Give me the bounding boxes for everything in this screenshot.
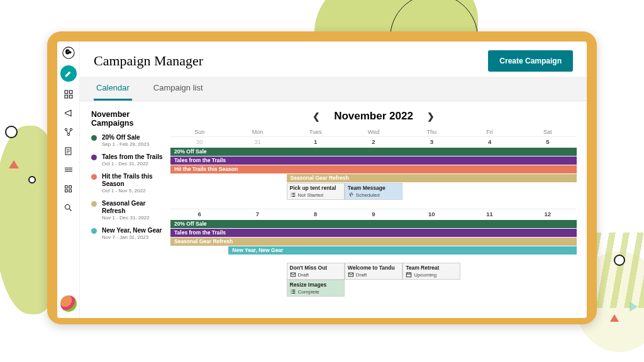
campaign-list-item[interactable]: Seasonal Gear Refresh Nov 1 - Dec 31, 20… xyxy=(91,200,163,221)
campaign-name: 20% Off Sale xyxy=(102,134,149,141)
main-area: Campaign Manager Create Campaign Calenda… xyxy=(80,41,587,318)
date-row: 6789101112 xyxy=(170,209,577,220)
calendar-task[interactable]: Don't Miss Out Draft xyxy=(287,263,345,280)
weekday-row: SunMonTuesWedThuFriSat xyxy=(170,129,577,135)
campaign-name: Seasonal Gear Refresh xyxy=(102,200,163,215)
date-cell[interactable]: 10 xyxy=(402,209,460,220)
calendar-task[interactable]: Team Message Scheduled xyxy=(345,183,402,200)
campaign-bar[interactable]: New Year, New Gear xyxy=(228,246,577,255)
svg-rect-4 xyxy=(65,90,68,94)
task-status: Complete xyxy=(290,288,341,295)
decorative-triangle xyxy=(610,314,619,322)
campaign-dates: Nov 7 - Jan 31, 2023 xyxy=(102,234,162,240)
date-cell[interactable]: 9 xyxy=(345,209,402,220)
decorative-triangle xyxy=(9,160,19,168)
date-cell[interactable]: 5 xyxy=(519,136,577,148)
next-month-button[interactable]: ❯ xyxy=(425,109,437,124)
user-avatar[interactable] xyxy=(60,295,77,312)
svg-rect-5 xyxy=(69,90,72,94)
date-cell[interactable]: 31 xyxy=(228,136,286,148)
calendar-task[interactable]: Resize Images Complete xyxy=(287,280,345,297)
campaign-bar[interactable]: Tales from the Trails xyxy=(170,156,577,165)
campaign-bar[interactable]: Seasonal Gear Refresh xyxy=(287,174,577,182)
date-cell[interactable]: 7 xyxy=(228,209,286,220)
task-title: Resize Images xyxy=(290,282,341,288)
svg-rect-12 xyxy=(65,185,68,188)
date-cell[interactable]: 4 xyxy=(460,136,518,148)
calendar-header: ❮ November 2022 ❯ xyxy=(170,109,577,124)
page-header: Campaign Manager Create Campaign xyxy=(80,41,587,77)
mail-icon xyxy=(290,272,296,278)
date-cell[interactable]: 1 xyxy=(287,136,345,148)
mailchimp-logo-icon[interactable] xyxy=(62,47,75,59)
content-area: November Campaigns 20% Off Sale Sep 1 - … xyxy=(80,101,587,318)
calendar-task[interactable]: Team Retreat Upcoming xyxy=(402,263,460,280)
calendar: ❮ November 2022 ❯ SunMonTuesWedThuFriSat… xyxy=(168,101,587,318)
decorative-triangle xyxy=(630,302,638,312)
task-status: Draft xyxy=(348,272,399,278)
calendar-task[interactable]: Pick up tent rental Not Started xyxy=(287,183,345,200)
task-title: Pick up tent rental xyxy=(290,185,341,191)
date-cell[interactable]: 12 xyxy=(519,209,577,220)
svg-rect-19 xyxy=(406,273,411,277)
nav-apps-icon[interactable] xyxy=(62,182,75,195)
svg-rect-15 xyxy=(69,189,72,192)
task-title: Welcome to Tandu xyxy=(348,265,399,271)
campaign-color-dot xyxy=(91,135,97,141)
nav-search-icon[interactable] xyxy=(62,201,75,214)
nav-create-icon[interactable] xyxy=(60,65,77,82)
date-cell[interactable]: 8 xyxy=(287,209,345,220)
campaign-bar[interactable]: Tales from the Trails xyxy=(170,229,577,237)
nav-integrations-icon[interactable] xyxy=(62,163,75,176)
date-cell[interactable]: 30 xyxy=(170,136,228,148)
campaign-list-item[interactable]: New Year, New Gear Nov 7 - Jan 31, 2023 xyxy=(91,227,163,240)
campaign-bar[interactable]: 20% Off Sale xyxy=(170,220,577,228)
date-cell[interactable]: 11 xyxy=(460,209,518,220)
campaign-name: New Year, New Gear xyxy=(102,227,162,234)
decorative-circle xyxy=(28,176,36,184)
date-cell[interactable]: 6 xyxy=(170,209,228,220)
weekday-label: Sun xyxy=(170,129,228,135)
svg-point-1 xyxy=(65,49,70,54)
sidebar-title: November Campaigns xyxy=(91,110,163,128)
campaign-bar[interactable]: 20% Off Sale xyxy=(170,148,577,156)
svg-point-2 xyxy=(69,51,71,53)
svg-point-8 xyxy=(65,128,67,130)
tab-campaign-list[interactable]: Campaign list xyxy=(151,77,206,101)
campaign-list-item[interactable]: 20% Off Sale Sep 1 - Feb 28, 2023 xyxy=(91,134,163,147)
prev-month-button[interactable]: ❮ xyxy=(310,109,323,124)
svg-rect-7 xyxy=(69,95,72,98)
campaign-list-item[interactable]: Hit the Trails this Season Oct 1 - Nov 5… xyxy=(91,173,163,194)
svg-rect-14 xyxy=(65,189,68,192)
svg-point-3 xyxy=(67,51,69,52)
calendar-task[interactable]: Welcome to Tandu Draft xyxy=(345,263,402,280)
campaign-bar[interactable]: Hit the Trails this Season xyxy=(170,165,577,173)
create-campaign-button[interactable]: Create Campaign xyxy=(488,50,573,72)
campaign-bar[interactable]: Seasonal Gear Refresh xyxy=(170,238,577,246)
list-icon xyxy=(290,288,296,295)
campaign-list-item[interactable]: Tales from the Trails Oct 1 - Dec 31, 20… xyxy=(91,153,163,167)
date-cell[interactable]: 3 xyxy=(402,136,460,148)
app-screen: Campaign Manager Create Campaign Calenda… xyxy=(57,41,587,318)
campaign-name: Tales from the Trails xyxy=(102,153,163,161)
tab-calendar[interactable]: Calendar xyxy=(94,77,132,101)
task-row: Don't Miss Out DraftWelcome to Tandu Dra… xyxy=(170,263,577,280)
nav-campaigns-icon[interactable] xyxy=(62,107,75,119)
mail-icon xyxy=(348,272,354,278)
campaign-color-dot xyxy=(91,201,97,207)
decorative-circle xyxy=(5,126,18,138)
nav-audience-icon[interactable] xyxy=(62,88,75,101)
nav-content-icon[interactable] xyxy=(62,145,75,157)
weekday-label: Mon xyxy=(228,129,286,135)
campaign-color-dot xyxy=(91,174,97,180)
weekday-label: Fri xyxy=(460,129,518,135)
calendar-icon xyxy=(406,272,412,278)
weekday-label: Thu xyxy=(402,129,460,135)
page-title: Campaign Manager xyxy=(94,53,203,69)
svg-point-16 xyxy=(65,204,70,209)
task-title: Team Retreat xyxy=(406,265,457,271)
nav-automations-icon[interactable] xyxy=(62,126,75,138)
task-row: Pick up tent rental Not StartedTeam Mess… xyxy=(170,183,577,200)
date-cell[interactable]: 2 xyxy=(345,136,402,148)
task-title: Don't Miss Out xyxy=(290,265,341,271)
